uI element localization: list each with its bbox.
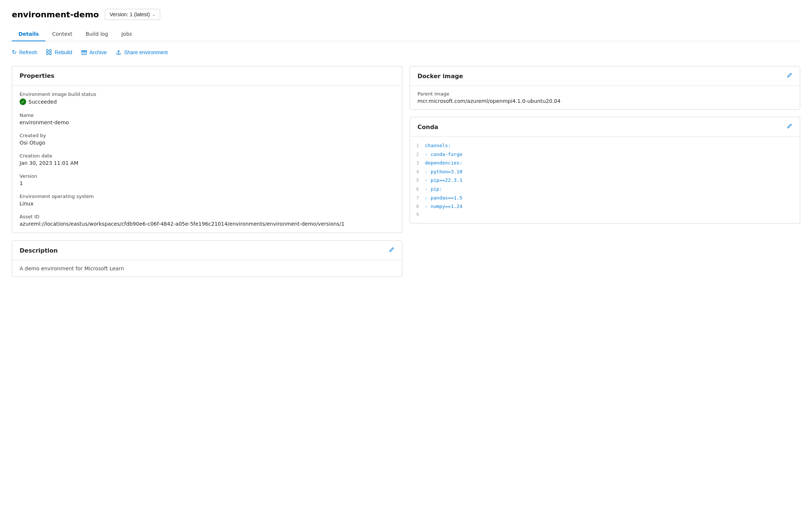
archive-label: Archive [90, 49, 107, 55]
os-value: Linux [20, 201, 395, 206]
line-content: dependencies: [425, 159, 462, 167]
share-icon [116, 49, 121, 55]
svg-rect-1 [49, 50, 51, 52]
prop-creation-date: Creation date Jan 30, 2023 11:01 AM [20, 153, 395, 166]
asset-id-label: Asset ID [20, 214, 395, 219]
archive-button[interactable]: Archive [81, 49, 107, 55]
version-dropdown[interactable]: Version: 1 (latest) ⌄ [105, 9, 160, 20]
archive-icon [81, 49, 87, 55]
build-status-label: Environment image build status [20, 91, 395, 97]
description-edit-icon[interactable] [389, 247, 395, 254]
version-prop-label: Version [20, 173, 395, 179]
build-status-value: Succeeded [28, 99, 57, 105]
conda-edit-icon[interactable] [787, 123, 792, 131]
svg-rect-2 [47, 53, 48, 55]
rebuild-label: Rebuild [55, 49, 72, 55]
line-content: - pip==22.3.1 [425, 176, 462, 184]
creation-date-value: Jan 30, 2023 11:01 AM [20, 160, 395, 166]
tab-build-log[interactable]: Build log [79, 27, 115, 41]
line-content: - python=3.10 [425, 167, 462, 176]
prop-asset-id: Asset ID azureml://locations/eastus/work… [20, 214, 395, 227]
properties-card-header: Properties [12, 66, 402, 86]
parent-image-label: Parent image [417, 91, 792, 97]
docker-edit-icon[interactable] [787, 72, 792, 80]
chevron-down-icon: ⌄ [152, 12, 155, 17]
line-number: 6 [410, 185, 425, 194]
description-card-header: Description [12, 241, 402, 260]
svg-rect-3 [49, 53, 51, 55]
refresh-label: Refresh [19, 49, 37, 55]
parent-image-value: mcr.microsoft.com/azureml/openmpi4.1.0-u… [417, 98, 792, 104]
version-prop-value: 1 [20, 180, 395, 186]
properties-card: Properties Environment image build statu… [12, 66, 402, 233]
refresh-icon: ↻ [12, 49, 17, 56]
conda-code-block: 1channels:2 - conda-forge3dependencies:4… [410, 137, 800, 223]
line-content: - numpy==1.24 [425, 202, 462, 211]
conda-header: Conda [410, 117, 800, 137]
build-status-badge: ✓ Succeeded [20, 98, 395, 105]
line-content: channels: [425, 141, 451, 150]
code-line: 2 - conda-forge [410, 150, 800, 159]
line-number: 3 [410, 159, 425, 167]
properties-title: Properties [20, 72, 54, 79]
prop-version: Version 1 [20, 173, 395, 186]
prop-name: Name environment-demo [20, 112, 395, 125]
page-title: environment-demo [12, 10, 99, 19]
code-line: 8 - numpy==1.24 [410, 202, 800, 211]
line-number: 4 [410, 168, 425, 176]
docker-image-header: Docker image [410, 66, 800, 86]
tab-details[interactable]: Details [12, 27, 45, 41]
code-line: 4 - python=3.10 [410, 167, 800, 176]
created-by-label: Created by [20, 133, 395, 138]
created-by-value: Osi Otugo [20, 140, 395, 146]
os-label: Environment operating system [20, 194, 395, 199]
refresh-button[interactable]: ↻ Refresh [12, 49, 37, 56]
share-label: Share environment [124, 49, 168, 55]
conda-card: Conda 1channels:2 - conda-forge3dependen… [410, 117, 800, 223]
svg-rect-0 [47, 50, 48, 52]
tabs-nav: Details Context Build log Jobs [12, 27, 800, 41]
name-value: environment-demo [20, 119, 395, 125]
prop-created-by: Created by Osi Otugo [20, 133, 395, 146]
description-text: A demo environment for Microsoft Learn [12, 260, 402, 277]
line-number: 5 [410, 177, 425, 185]
line-number: 8 [410, 203, 425, 211]
share-button[interactable]: Share environment [116, 49, 168, 55]
success-icon: ✓ [20, 98, 26, 105]
prop-build-status: Environment image build status ✓ Succeed… [20, 91, 395, 105]
page-header: environment-demo Version: 1 (latest) ⌄ [12, 9, 800, 20]
line-number: 1 [410, 142, 425, 150]
creation-date-label: Creation date [20, 153, 395, 159]
line-number: 9 [410, 211, 425, 219]
line-content: - pandas==1.5 [425, 194, 462, 202]
code-line: 9 [410, 211, 800, 219]
docker-image-card: Docker image Parent image mcr.microsoft.… [410, 66, 800, 110]
line-content: - pip: [425, 185, 442, 193]
description-title: Description [20, 247, 58, 254]
line-number: 7 [410, 194, 425, 202]
properties-card-body: Environment image build status ✓ Succeed… [12, 86, 402, 233]
main-grid: Properties Environment image build statu… [12, 66, 800, 277]
tab-context[interactable]: Context [45, 27, 79, 41]
name-label: Name [20, 112, 395, 118]
prop-os: Environment operating system Linux [20, 194, 395, 206]
line-number: 2 [410, 151, 425, 159]
left-column: Properties Environment image build statu… [12, 66, 402, 277]
version-label: Version: 1 (latest) [110, 11, 150, 17]
docker-image-title: Docker image [417, 73, 463, 80]
toolbar: ↻ Refresh Rebuild Archive [12, 49, 800, 56]
code-line: 3dependencies: [410, 159, 800, 167]
code-line: 1channels: [410, 141, 800, 150]
asset-id-value: azureml://locations/eastus/workspaces/cf… [20, 221, 395, 227]
conda-title: Conda [417, 124, 438, 131]
code-line: 7 - pandas==1.5 [410, 194, 800, 202]
tab-jobs[interactable]: Jobs [115, 27, 139, 41]
line-content: - conda-forge [425, 150, 462, 159]
rebuild-button[interactable]: Rebuild [46, 49, 72, 55]
docker-image-body: Parent image mcr.microsoft.com/azureml/o… [410, 86, 800, 109]
rebuild-icon [46, 49, 52, 55]
description-card: Description A demo environment for Micro… [12, 240, 402, 277]
code-line: 5 - pip==22.3.1 [410, 176, 800, 185]
code-line: 6 - pip: [410, 185, 800, 194]
right-column: Docker image Parent image mcr.microsoft.… [410, 66, 800, 223]
